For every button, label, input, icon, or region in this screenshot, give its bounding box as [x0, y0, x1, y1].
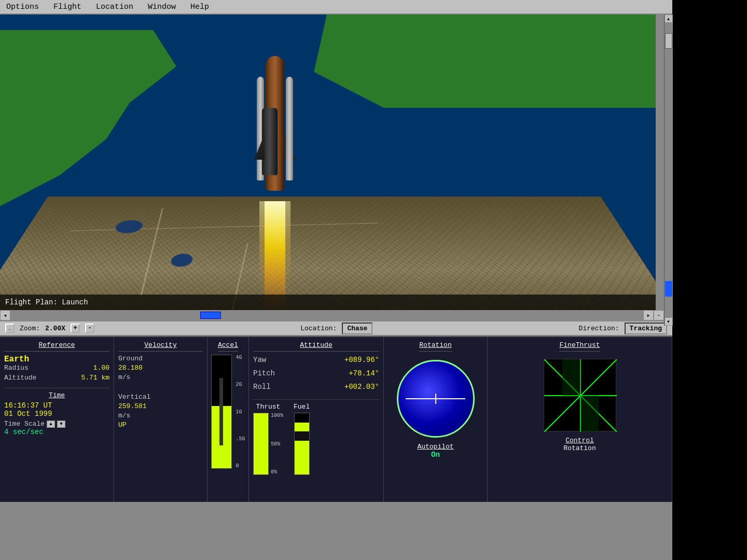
menu-location[interactable]: Location	[94, 2, 135, 12]
timescale-up-btn[interactable]: ▲	[47, 421, 55, 428]
crosshair-display	[544, 359, 616, 431]
scroll-thumb[interactable]	[665, 33, 672, 49]
viewport: Flight Plan: Launch	[0, 15, 664, 310]
accel-label-4g: 4G	[236, 355, 245, 360]
zoom-label: Zoom:	[20, 325, 40, 332]
altitude-value: 5.71 km	[81, 374, 109, 382]
pitch-label: Pitch	[253, 369, 275, 377]
ground-label: Ground	[118, 355, 143, 362]
accel-label-1g: 1G	[236, 409, 245, 415]
reference-title: Reference	[4, 341, 109, 352]
rotation-panel: Rotation Autopilot On	[384, 337, 488, 502]
terrain	[0, 197, 664, 310]
radius-label: Radius	[4, 364, 29, 372]
location-dropdown[interactable]: Chase	[342, 323, 372, 334]
3d-scene: Flight Plan: Launch	[0, 15, 656, 310]
yaw-row: Yaw +089.96°	[253, 355, 379, 365]
viewport-row: Flight Plan: Launch ▲ ▼	[0, 15, 672, 310]
zoom-plus-btn[interactable]: +	[71, 324, 80, 333]
thrust-label-50: 50%	[271, 441, 283, 447]
thrust-col: Thrust 100% 50% 0%	[253, 403, 283, 475]
altitude-row: Altitude 5.71 km	[4, 374, 109, 382]
time-section: Time 16:16:37 UT 01 Oct 1999 Time Scale …	[4, 388, 109, 436]
time-title: Time	[4, 391, 109, 399]
svg-rect-5	[580, 396, 599, 432]
horizontal-scrollbar[interactable]: ◄ ► +	[0, 310, 664, 320]
ground-value: 28.180	[118, 364, 143, 372]
timescale-down-btn[interactable]: ▼	[57, 421, 65, 428]
finethrust-title: FineThrust	[559, 341, 600, 352]
menu-options[interactable]: Options	[4, 2, 41, 12]
vertical-value-row: 259.581	[118, 402, 203, 410]
autopilot-value: On	[417, 451, 453, 459]
thrust-fuel-section: Thrust 100% 50% 0% Fuel	[253, 399, 379, 475]
shuttle	[254, 56, 296, 212]
svg-rect-4	[562, 359, 580, 396]
direction-label: Direction:	[579, 325, 619, 332]
yaw-value: +089.96°	[344, 356, 379, 364]
land-right	[311, 15, 664, 108]
rocket-plume	[254, 201, 296, 310]
accel-bar	[211, 355, 232, 469]
pitch-indicator	[435, 394, 436, 404]
menu-help[interactable]: Help	[188, 2, 211, 12]
yaw-label: Yaw	[253, 356, 266, 364]
scroll-corner-btn[interactable]: +	[654, 310, 664, 320]
accel-display: 4G 2G 1G .5G 0	[211, 355, 245, 469]
control-value: Rotation	[563, 444, 596, 452]
accel-label-2g: 2G	[236, 382, 245, 387]
vertical-label: Vertical	[118, 393, 150, 401]
ground-label-row: Ground	[118, 355, 203, 362]
thrust-label-0: 0%	[271, 469, 283, 475]
window-minimize-btn[interactable]: _	[5, 324, 15, 333]
timescale-value: 4 sec/sec	[4, 428, 109, 436]
scroll-down-btn[interactable]: ▼	[665, 317, 673, 326]
autopilot-label: Autopilot	[417, 443, 453, 451]
timescale-label: Time Scale	[4, 420, 45, 428]
vertical-section: Vertical 259.581 m/s UP	[118, 393, 203, 430]
accel-labels: 4G 2G 1G .5G 0	[236, 355, 245, 469]
fuel-display	[294, 413, 310, 475]
hscroll-thumb[interactable]	[200, 312, 221, 319]
roll-row: Roll +002.03°	[253, 382, 379, 392]
thrust-bar	[253, 413, 269, 475]
time-value: 16:16:37 UT	[4, 401, 109, 410]
right-scrollbar[interactable]: ▲ ▼	[664, 15, 672, 326]
scroll-left-btn[interactable]: ◄	[0, 310, 10, 320]
direction-row: UP	[118, 421, 203, 429]
menu-window[interactable]: Window	[146, 2, 178, 12]
ground-value-row: 28.180	[118, 364, 203, 372]
scroll-track[interactable]	[665, 23, 673, 317]
autopilot-section: Autopilot On	[417, 443, 453, 459]
flight-plan-text: Flight Plan: Launch	[5, 298, 88, 306]
instruments-panel: Reference Earth Radius 1.00 Altitude 5.7…	[0, 336, 672, 502]
velocity-panel: Velocity Ground 28.180 m/s Vertical 259.…	[114, 337, 208, 502]
scroll-highlight	[665, 281, 672, 297]
fuel-title: Fuel	[294, 403, 310, 411]
crosshair-svg	[544, 359, 617, 432]
zoom-minus-btn[interactable]: -	[85, 324, 94, 333]
hscroll-track[interactable]	[10, 310, 643, 320]
ground-unit-row: m/s	[118, 373, 203, 381]
scroll-right-btn[interactable]: ►	[643, 310, 654, 320]
fuel-bar	[294, 413, 310, 475]
accel-label-0: 0	[236, 463, 245, 469]
scroll-up-btn[interactable]: ▲	[665, 15, 673, 23]
pitch-value: +78.14°	[349, 369, 379, 377]
timescale-row: Time Scale ▲ ▼	[4, 420, 109, 428]
control-section: Control Rotation	[563, 437, 596, 452]
viewport-status-bar: Flight Plan: Launch	[0, 295, 664, 310]
roll-label: Roll	[253, 383, 271, 391]
srb-right	[286, 77, 293, 180]
fuel-col: Fuel	[294, 403, 310, 475]
date-value: 01 Oct 1999	[4, 410, 109, 418]
thrust-display: 100% 50% 0%	[253, 413, 283, 475]
vertical-unit: m/s	[118, 412, 130, 419]
accel-label-05g: .5G	[236, 436, 245, 442]
reference-earth-name: Earth	[4, 355, 109, 364]
direction-dropdown[interactable]: Tracking	[625, 323, 667, 334]
rotation-circle	[397, 360, 475, 438]
vertical-unit-row: m/s	[118, 412, 203, 419]
ground-unit: m/s	[118, 373, 130, 381]
menu-flight[interactable]: Flight	[51, 2, 84, 12]
